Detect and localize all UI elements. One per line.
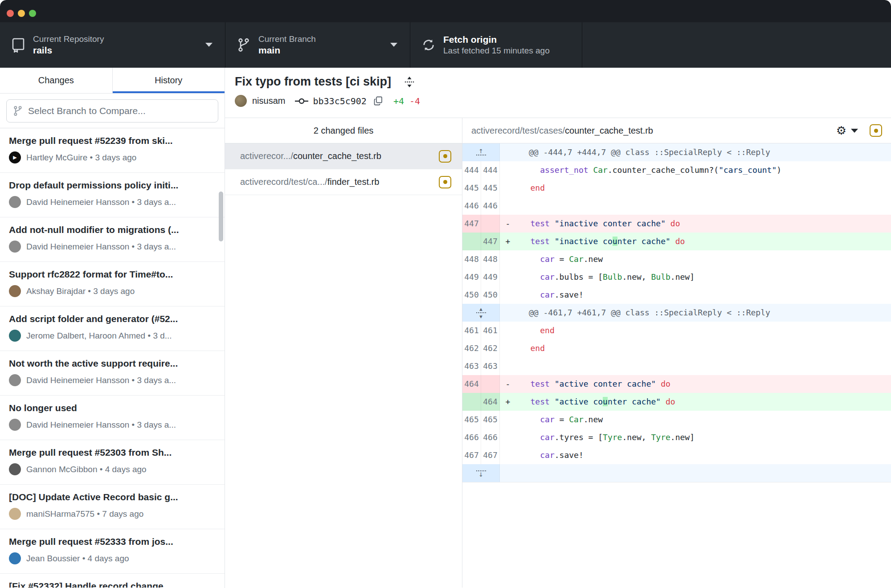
avatar — [9, 241, 21, 253]
tab-history[interactable]: History — [113, 68, 225, 93]
code-token: car — [540, 433, 555, 442]
new-line-number: 464 — [481, 393, 500, 411]
current-branch-dropdown[interactable]: Current Branch main — [225, 22, 410, 68]
diff-code-line: test "active counter cache" do — [516, 393, 891, 411]
expand-hunk-up-button[interactable]: ↑ — [462, 143, 500, 161]
minimize-window-button[interactable] — [18, 10, 25, 17]
code-token: Tyre — [651, 433, 670, 442]
diff-code-line: test "inactive conter cache" do — [516, 215, 891, 233]
current-repository-dropdown[interactable]: Current Repository rails — [0, 22, 225, 68]
file-row[interactable]: activerecor.../counter_cache_test.rb — [225, 143, 462, 169]
commit-meta-text: David Heinemeier Hansson • 3 days a... — [26, 376, 176, 385]
commit-title: [DOC] Update Active Record basic g... — [9, 492, 216, 502]
diff-line-add: 447+ test "inactive counter cache" do — [462, 233, 891, 250]
diff-line-ctx: 448448 car = Car.new — [462, 250, 891, 268]
avatar: ▶ — [9, 151, 21, 163]
commit-row[interactable]: Add script folder and generator (#52...J… — [0, 306, 225, 351]
commit-row[interactable]: Support rfc2822 format for Time#to...Aks… — [0, 262, 225, 306]
compare-placeholder-text: Select Branch to Compare... — [28, 106, 146, 116]
diff-code-line: end — [516, 179, 891, 197]
expand-hunk-updown-button[interactable]: ▴▾ — [462, 304, 500, 322]
code-token — [521, 433, 540, 442]
commit-row[interactable]: Merge pull request #52239 from ski...▶Ha… — [0, 128, 225, 173]
commit-meta: ▶Hartley McGuire • 3 days ago — [9, 151, 216, 163]
diff-line-marker — [500, 268, 516, 286]
commit-meta: Gannon McGibbon • 4 days ago — [9, 463, 216, 475]
copy-sha-icon[interactable] — [374, 96, 383, 106]
expand-commit-details-icon[interactable] — [405, 76, 414, 88]
file-row[interactable]: activerecord/test/ca.../finder_test.rb — [225, 169, 462, 195]
repo-book-icon — [12, 37, 27, 53]
new-line-number: 448 — [481, 250, 500, 268]
expand-hunk-down-button[interactable]: ↓ — [462, 464, 500, 482]
commit-title: Fix typo from tests [ci skip] — [235, 75, 391, 89]
commit-row[interactable]: Merge pull request #52303 from Sh...Gann… — [0, 440, 225, 485]
new-line-number — [481, 215, 500, 233]
code-token: nter cache" — [617, 237, 670, 246]
code-token: end — [531, 343, 545, 353]
current-branch-value: main — [258, 45, 316, 56]
hunk-header-text: @@ -461,7 +461,7 @@ class ::SpecialReply… — [500, 304, 891, 322]
commit-title: Support rfc2822 format for Time#to... — [9, 269, 216, 280]
diff-line-marker — [500, 161, 516, 179]
commit-row[interactable]: Drop default permissions policy initi...… — [0, 173, 225, 217]
code-token: u — [613, 237, 617, 246]
diff-code-line: test "active conter cache" do — [516, 375, 891, 393]
code-token: "cars_count" — [719, 165, 777, 175]
code-token: ) — [777, 165, 781, 175]
code-token: .new — [584, 415, 603, 424]
code-token — [521, 290, 540, 299]
code-token: Car — [569, 415, 584, 424]
diff-line-ctx: 466466 car.tyres = [Tyre.new, Tyre.new] — [462, 429, 891, 446]
commit-meta: David Heinemeier Hansson • 3 days a... — [9, 241, 216, 253]
avatar — [9, 330, 21, 342]
code-token: .new — [584, 254, 603, 264]
diff-file-path: activerecord/test/cases/counter_cache_te… — [471, 126, 836, 136]
code-token — [521, 326, 540, 335]
modified-file-icon — [870, 124, 882, 137]
commit-row[interactable]: Not worth the active support require...D… — [0, 351, 225, 396]
commit-meta: David Heinemeier Hansson • 3 days a... — [9, 419, 216, 431]
current-repository-value: rails — [33, 45, 104, 56]
commit-row[interactable]: No longer usedDavid Heinemeier Hansson •… — [0, 396, 225, 440]
commit-row[interactable]: Add not-null modifier to migrations (...… — [0, 217, 225, 262]
commit-row[interactable]: [DOC] Update Active Record basic g...man… — [0, 485, 225, 529]
code-token: car — [540, 272, 555, 282]
diff-code-line: assert_not Car.counter_cache_column?("ca… — [516, 161, 891, 179]
code-token: .new] — [670, 433, 695, 442]
fetch-origin-label: Fetch origin — [443, 34, 550, 45]
new-line-number: 461 — [481, 322, 500, 339]
maximize-window-button[interactable] — [29, 10, 36, 17]
diff-line-add: 464+ test "active counter cache" do — [462, 393, 891, 411]
new-line-number: 446 — [481, 197, 500, 215]
diff-line-marker: - — [500, 375, 516, 393]
commit-title: Merge pull request #52303 from Sh... — [9, 447, 216, 458]
code-token — [666, 219, 670, 228]
code-token: do — [666, 397, 675, 406]
scrollbar-thumb[interactable] — [219, 192, 223, 241]
git-branch-icon — [237, 37, 252, 53]
close-window-button[interactable] — [7, 10, 14, 17]
fetch-origin-button[interactable]: Fetch origin Last fetched 15 minutes ago — [410, 22, 582, 68]
current-branch-label: Current Branch — [258, 34, 316, 45]
old-line-number: 462 — [462, 339, 481, 357]
select-branch-to-compare-input[interactable]: Select Branch to Compare... — [6, 99, 218, 122]
code-token: .bulbs = [ — [555, 272, 603, 282]
tab-changes[interactable]: Changes — [0, 68, 113, 93]
diff-code-line: car.bulbs = [Bulb.new, Bulb.new] — [516, 268, 891, 286]
diff-hunk-header: ↑ @@ -444,7 +444,7 @@ class ::SpecialRep… — [462, 143, 891, 161]
code-token: "inactive conter cache" — [555, 219, 666, 228]
old-line-number: 448 — [462, 250, 481, 268]
code-token: .save! — [555, 290, 584, 299]
code-token — [550, 397, 555, 406]
diff-code-line: car.save! — [516, 446, 891, 464]
old-line-number — [462, 393, 481, 411]
diff-options-button[interactable]: ⚙ — [836, 125, 858, 136]
commit-row[interactable]: [Fix #52332] Handle record change... — [0, 574, 225, 588]
code-token: "active conter cache" — [555, 379, 656, 388]
file-path-prefix: activerecor.../ — [240, 151, 293, 161]
commit-meta-text: Jerome Dalbert, Haroon Ahmed • 3 d... — [26, 331, 172, 341]
sidebar: Changes History Select Branch to Compare… — [0, 68, 225, 588]
commit-row[interactable]: Merge pull request #52333 from jos...Jea… — [0, 529, 225, 574]
diff-code-line: test "inactive counter cache" do — [516, 233, 891, 250]
